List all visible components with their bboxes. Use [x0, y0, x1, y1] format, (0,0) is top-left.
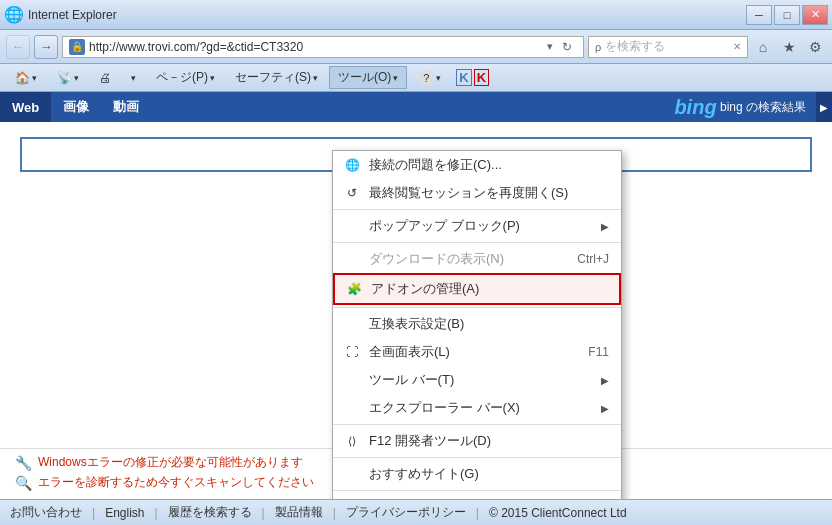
toolbar-label: ツール バー(T)	[369, 371, 454, 389]
menu-dev-tools[interactable]: ⟨⟩ F12 開発者ツール(D)	[333, 427, 621, 455]
back-button[interactable]: ←	[6, 35, 30, 59]
menu-tools-label: ツール(O)	[338, 69, 391, 86]
menu-tools[interactable]: ツール(O) ▾	[329, 66, 407, 89]
search-placeholder-text: を検索する	[605, 38, 665, 55]
menu-page-label: ペ－ジ(P)	[156, 69, 208, 86]
fullscreen-label: 全画面表示(L)	[369, 343, 450, 361]
ie-icon: 🌐	[4, 5, 24, 24]
scroll-right-button[interactable]: ▶	[816, 92, 832, 122]
title-bar-controls: ─ □ ✕	[746, 5, 828, 25]
menu-manage-addons[interactable]: 🧩 アドオンの管理(A)	[333, 273, 621, 305]
reopen-session-icon: ↺	[343, 184, 361, 202]
rss-arrow: ▾	[74, 73, 79, 83]
status-bar: お問い合わせ | English | 履歴を検索する | 製品情報 | プライバ…	[0, 499, 832, 525]
menu-explorer-bar[interactable]: エクスプローラー バー(X) ▶	[333, 394, 621, 422]
status-contact[interactable]: お問い合わせ	[10, 504, 82, 521]
bing-text: bing の検索結果	[717, 99, 806, 116]
menu-page-arrow: ▾	[210, 73, 215, 83]
menu-download-show[interactable]: ダウンロードの表示(N) Ctrl+J	[333, 245, 621, 273]
favorites-button[interactable]: ★	[778, 36, 800, 58]
settings-button[interactable]: ⚙	[804, 36, 826, 58]
explorer-bar-label: エクスプローラー バー(X)	[369, 399, 520, 417]
separator-english: |	[154, 506, 157, 520]
manage-addons-icon: 🧩	[345, 280, 363, 298]
separator-1	[333, 209, 621, 210]
menu-fullscreen[interactable]: ⛶ 全画面表示(L) F11	[333, 338, 621, 366]
separator-5	[333, 457, 621, 458]
minimize-button[interactable]: ─	[746, 5, 772, 25]
menu-tools-arrow: ▾	[393, 73, 398, 83]
search-input[interactable]: ρ を検索する ✕	[588, 36, 748, 58]
menu-popup-block[interactable]: ポップアップ ブロック(P) ▶	[333, 212, 621, 240]
menu-extra-icons: K K	[456, 69, 489, 86]
close-button[interactable]: ✕	[802, 5, 828, 25]
menu-reopen-session[interactable]: ↺ 最終閲覧セッションを再度開く(S)	[333, 179, 621, 207]
bing-area: bing bing の検索結果	[151, 96, 816, 119]
kaspersky-icon: K	[474, 69, 489, 86]
maximize-button[interactable]: □	[774, 5, 800, 25]
wrench-icon: 🔧	[15, 455, 32, 471]
menu-compat-view[interactable]: 互換表示設定(B)	[333, 310, 621, 338]
menu-print-arrow[interactable]: ▾	[122, 70, 145, 86]
ie-k-icon: K	[456, 69, 471, 86]
compat-view-label: 互換表示設定(B)	[369, 315, 464, 333]
forward-button[interactable]: →	[34, 35, 58, 59]
address-dropdown-arrow[interactable]: ▾	[547, 40, 553, 53]
tab-video[interactable]: 動画	[101, 92, 151, 122]
print-arrow-icon: ▾	[131, 73, 136, 83]
menu-rss-icon[interactable]: 📡 ▾	[48, 68, 88, 88]
download-show-label: ダウンロードの表示(N)	[369, 250, 504, 268]
fix-connection-label: 接続の問題を修正(C)...	[369, 156, 502, 174]
search-magnifier-icon: ρ	[595, 41, 601, 53]
separator-4	[333, 424, 621, 425]
menu-toolbar[interactable]: ツール バー(T) ▶	[333, 366, 621, 394]
home-button[interactable]: ⌂	[752, 36, 774, 58]
menu-page[interactable]: ペ－ジ(P) ▾	[147, 66, 224, 89]
refresh-button[interactable]: ↻	[557, 37, 577, 57]
tab-images[interactable]: 画像	[51, 92, 101, 122]
search-clear-button[interactable]: ✕	[733, 41, 741, 52]
internet-options-label: インターネット オプション(O)	[369, 498, 547, 499]
menu-fix-connection[interactable]: 🌐 接続の問題を修正(C)...	[333, 151, 621, 179]
menu-internet-options[interactable]: ⚙ インターネット オプション(O)	[333, 493, 621, 499]
title-bar-text: Internet Explorer	[28, 8, 117, 22]
tab-web-label: Web	[12, 100, 39, 115]
separator-6	[333, 490, 621, 491]
separator-2	[333, 242, 621, 243]
menu-bar: 🏠 ▾ 📡 ▾ 🖨 ▾ ペ－ジ(P) ▾ セーフティ(S) ▾ ツール(O) ▾…	[0, 64, 832, 92]
menu-safety-label: セーフティ(S)	[235, 69, 311, 86]
nav-tabs: Web 画像 動画 bing bing の検索結果 ▶	[0, 92, 832, 122]
separator-contact: |	[92, 506, 95, 520]
menu-help-icon: ?	[418, 70, 434, 86]
magnifier-icon: 🔍	[15, 475, 32, 491]
main-content: 🔧 Windowsエラーの修正が必要な可能性があります 🔍 エラーを診断するため…	[0, 122, 832, 499]
address-input[interactable]: 🔒 http://www.trovi.com/?gd=&ctid=CT3320 …	[62, 36, 584, 58]
status-privacy-policy[interactable]: プライバシーポリシー	[346, 504, 466, 521]
popup-block-arrow: ▶	[601, 221, 609, 232]
menu-print-icon[interactable]: 🖨	[90, 68, 120, 88]
address-security-icon: 🔒	[69, 39, 85, 55]
separator-product: |	[333, 506, 336, 520]
toolbar-arrow: ▶	[601, 375, 609, 386]
menu-home-icon[interactable]: 🏠 ▾	[6, 68, 46, 88]
bing-logo: bing	[674, 96, 716, 119]
menu-safety[interactable]: セーフティ(S) ▾	[226, 66, 327, 89]
tab-web[interactable]: Web	[0, 92, 51, 122]
fix-connection-icon: 🌐	[343, 156, 361, 174]
manage-addons-label: アドオンの管理(A)	[371, 280, 479, 298]
fullscreen-icon: ⛶	[343, 343, 361, 361]
toolbar-icons: ⌂ ★ ⚙	[752, 36, 826, 58]
status-product-info[interactable]: 製品情報	[275, 504, 323, 521]
separator-3	[333, 307, 621, 308]
popup-block-label: ポップアップ ブロック(P)	[369, 217, 520, 235]
print-icon: 🖨	[99, 71, 111, 85]
alert-text-2: エラーを診断するため今すぐスキャンしてください	[38, 474, 314, 491]
status-english[interactable]: English	[105, 506, 144, 520]
home-menu-arrow: ▾	[32, 73, 37, 83]
menu-help[interactable]: ? ▾	[409, 67, 450, 89]
tools-dropdown-menu: 🌐 接続の問題を修正(C)... ↺ 最終閲覧セッションを再度開く(S) ポップ…	[332, 150, 622, 499]
menu-recommended-sites[interactable]: おすすめサイト(G)	[333, 460, 621, 488]
address-bar: ← → 🔒 http://www.trovi.com/?gd=&ctid=CT3…	[0, 30, 832, 64]
title-bar: 🌐 Internet Explorer ─ □ ✕	[0, 0, 832, 30]
status-history-search[interactable]: 履歴を検索する	[168, 504, 252, 521]
